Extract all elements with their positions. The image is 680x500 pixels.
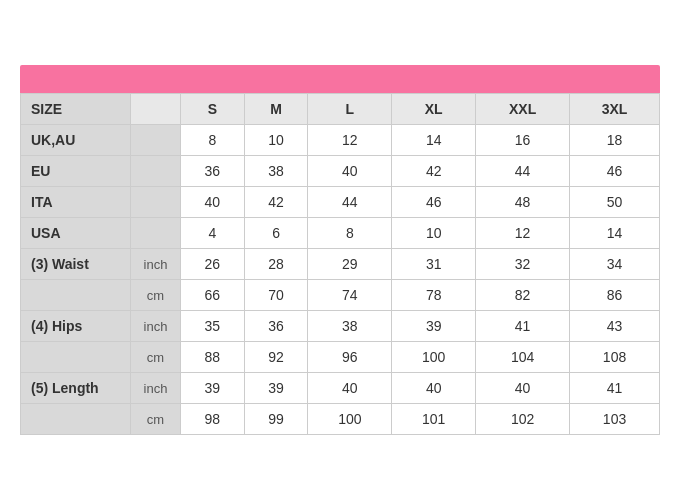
- group-row-label: (5) Length: [21, 373, 131, 404]
- table-row: UK,AU81012141618: [21, 125, 660, 156]
- row-value: 50: [570, 187, 660, 218]
- table-row: (5) Lengthinch393940404041: [21, 373, 660, 404]
- row-unit: [131, 187, 181, 218]
- group-row-value: 43: [570, 311, 660, 342]
- table-row: cm889296100104108: [21, 342, 660, 373]
- group-row-value: 66: [181, 280, 245, 311]
- group-row-label: (4) Hips: [21, 311, 131, 342]
- group-row-value: 39: [392, 311, 476, 342]
- group-row-value: 92: [244, 342, 308, 373]
- row-value: 48: [476, 187, 570, 218]
- group-row-value: 38: [308, 311, 392, 342]
- row-value: 10: [392, 218, 476, 249]
- group-row-value: 100: [308, 404, 392, 435]
- header-col-m: M: [244, 94, 308, 125]
- row-value: 12: [476, 218, 570, 249]
- group-row-unit: cm: [131, 404, 181, 435]
- group-row-value: 39: [244, 373, 308, 404]
- group-row-value: 102: [476, 404, 570, 435]
- header-col-l: L: [308, 94, 392, 125]
- group-row-value: 36: [244, 311, 308, 342]
- row-value: 8: [308, 218, 392, 249]
- header-col-3xl: 3XL: [570, 94, 660, 125]
- row-value: 10: [244, 125, 308, 156]
- group-row-value: 96: [308, 342, 392, 373]
- header-col-xxl: XXL: [476, 94, 570, 125]
- group-row-value: 40: [476, 373, 570, 404]
- size-chart-container: SIZESMLXLXXL3XLUK,AU81012141618EU3638404…: [20, 65, 660, 435]
- row-value: 6: [244, 218, 308, 249]
- group-row-value: 78: [392, 280, 476, 311]
- size-header-label: SIZE: [21, 94, 131, 125]
- row-value: 18: [570, 125, 660, 156]
- row-label: EU: [21, 156, 131, 187]
- group-row-value: 99: [244, 404, 308, 435]
- size-table: SIZESMLXLXXL3XLUK,AU81012141618EU3638404…: [20, 93, 660, 435]
- header-col-s: S: [181, 94, 245, 125]
- group-row-unit: cm: [131, 280, 181, 311]
- table-header-row: SIZESMLXLXXL3XL: [21, 94, 660, 125]
- group-row-unit: inch: [131, 249, 181, 280]
- group-row-value: 41: [476, 311, 570, 342]
- group-row-label: (3) Waist: [21, 249, 131, 280]
- row-label: ITA: [21, 187, 131, 218]
- row-value: 40: [181, 187, 245, 218]
- group-row-unit: cm: [131, 342, 181, 373]
- row-value: 42: [244, 187, 308, 218]
- table-row: (3) Waistinch262829313234: [21, 249, 660, 280]
- row-value: 16: [476, 125, 570, 156]
- row-value: 8: [181, 125, 245, 156]
- row-unit: [131, 125, 181, 156]
- header-col-xl: XL: [392, 94, 476, 125]
- row-value: 44: [476, 156, 570, 187]
- row-value: 44: [308, 187, 392, 218]
- group-row-label: [21, 280, 131, 311]
- group-row-value: 103: [570, 404, 660, 435]
- group-row-value: 74: [308, 280, 392, 311]
- row-value: 42: [392, 156, 476, 187]
- group-row-value: 26: [181, 249, 245, 280]
- group-row-label: [21, 404, 131, 435]
- group-row-value: 29: [308, 249, 392, 280]
- row-value: 38: [244, 156, 308, 187]
- group-row-value: 82: [476, 280, 570, 311]
- group-row-value: 104: [476, 342, 570, 373]
- group-row-value: 86: [570, 280, 660, 311]
- table-row: (4) Hipsinch353638394143: [21, 311, 660, 342]
- group-row-value: 35: [181, 311, 245, 342]
- group-row-value: 40: [392, 373, 476, 404]
- table-row: ITA404244464850: [21, 187, 660, 218]
- row-value: 46: [392, 187, 476, 218]
- group-row-unit: inch: [131, 311, 181, 342]
- row-value: 36: [181, 156, 245, 187]
- group-row-unit: inch: [131, 373, 181, 404]
- row-unit: [131, 156, 181, 187]
- row-unit: [131, 218, 181, 249]
- group-row-value: 28: [244, 249, 308, 280]
- group-row-value: 88: [181, 342, 245, 373]
- group-row-value: 98: [181, 404, 245, 435]
- table-row: EU363840424446: [21, 156, 660, 187]
- group-row-label: [21, 342, 131, 373]
- group-row-value: 40: [308, 373, 392, 404]
- pink-header-bar: [20, 65, 660, 93]
- group-row-value: 100: [392, 342, 476, 373]
- unit-header-cell: [131, 94, 181, 125]
- group-row-value: 108: [570, 342, 660, 373]
- row-value: 4: [181, 218, 245, 249]
- group-row-value: 41: [570, 373, 660, 404]
- group-row-value: 31: [392, 249, 476, 280]
- row-label: UK,AU: [21, 125, 131, 156]
- group-row-value: 101: [392, 404, 476, 435]
- row-value: 12: [308, 125, 392, 156]
- row-value: 14: [570, 218, 660, 249]
- table-row: cm667074788286: [21, 280, 660, 311]
- table-row: cm9899100101102103: [21, 404, 660, 435]
- group-row-value: 32: [476, 249, 570, 280]
- group-row-value: 39: [181, 373, 245, 404]
- group-row-value: 34: [570, 249, 660, 280]
- row-value: 14: [392, 125, 476, 156]
- row-value: 40: [308, 156, 392, 187]
- table-row: USA468101214: [21, 218, 660, 249]
- row-label: USA: [21, 218, 131, 249]
